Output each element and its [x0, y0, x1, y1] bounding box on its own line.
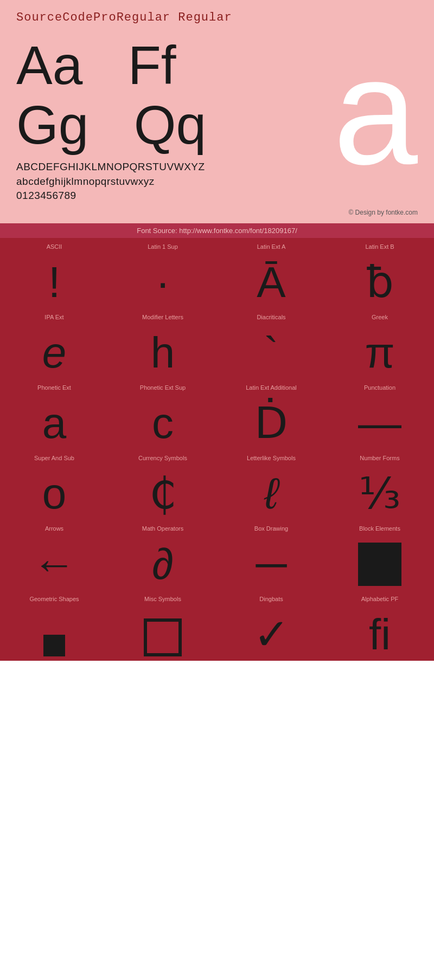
glyph-ipaext: e [42, 331, 67, 375]
cell-alphabeticpf: Alphabetic PF ﬁ [326, 590, 434, 661]
glyph-mathops: ∂ [152, 543, 174, 586]
grid-row-3: Phonetic Ext a Phonetic Ext Sup c Latin … [0, 379, 434, 449]
label-boxdrawing: Box Drawing [217, 525, 326, 532]
cell-arrows: Arrows ← [0, 520, 108, 590]
letters-af: Aa Ff [16, 35, 206, 95]
glyph-modletters: h [151, 331, 175, 375]
glyph-dingbats: ✓ [253, 613, 290, 656]
label-greek: Greek [326, 314, 434, 320]
label-latinextadd: Latin Ext Additional [217, 384, 326, 391]
letters-gq: Gg Qq [16, 95, 206, 154]
cell-phoneticextsup: Phonetic Ext Sup c [108, 379, 217, 449]
label-phoneticextsup: Phonetic Ext Sup [108, 384, 217, 391]
grid-row-2: IPA Ext e Modifier Letters h Diacritical… [0, 308, 434, 379]
cell-phoneticext: Phonetic Ext a [0, 379, 108, 449]
specimen-row-1: Aa Ff Gg Qq a [16, 35, 418, 154]
glyph-phoneticext: a [42, 402, 67, 445]
glyph-latinextb: ƀ [366, 261, 394, 304]
cell-diacriticals: Diacriticals ` [217, 308, 326, 379]
cell-punctuation: Punctuation — [326, 379, 434, 449]
label-blockelements: Block Elements [326, 525, 434, 532]
glyph-superandsub: o [42, 472, 67, 515]
glyph-diacriticals: ` [264, 331, 279, 375]
glyph-greek: π [365, 331, 394, 375]
grid-row-5: Arrows ← Math Operators ∂ Box Drawing ─ … [0, 520, 434, 590]
glyph-arrows: ← [33, 543, 76, 586]
cell-latin1sup: Latin 1 Sup · [108, 238, 217, 308]
label-punctuation: Punctuation [326, 384, 434, 391]
label-alphabeticpf: Alphabetic PF [326, 596, 434, 602]
label-miscsymbols: Misc Symbols [108, 596, 217, 602]
specimen-section: SourceCodeProRegular Regular Aa Ff Gg Qq… [0, 0, 434, 223]
grid-row-6: Geometric Shapes Misc Symbols Dingbats ✓… [0, 590, 434, 661]
cell-blockelements: Block Elements [326, 520, 434, 590]
glyph-boxdrawing: ─ [256, 543, 287, 586]
font-title: SourceCodeProRegular Regular [16, 11, 418, 24]
cell-boxdrawing: Box Drawing ─ [217, 520, 326, 590]
source-bar: Font Source: http://www.fontke.com/font/… [0, 223, 434, 238]
label-ipaext: IPA Ext [0, 314, 108, 320]
glyph-latinexta: Ā [257, 261, 285, 304]
glyph-alphabeticpf: ﬁ [369, 613, 391, 656]
copyright: © Design by fontke.com [16, 206, 418, 218]
label-ascii: ASCII [0, 243, 108, 250]
label-numberforms: Number Forms [326, 455, 434, 461]
label-geoshapes: Geometric Shapes [0, 596, 108, 602]
label-modletters: Modifier Letters [108, 314, 217, 320]
label-diacriticals: Diacriticals [217, 314, 326, 320]
glyph-currency: ₵ [149, 472, 177, 515]
glyph-ascii: ! [48, 261, 60, 304]
big-letter-a: a [333, 35, 418, 187]
glyph-punctuation: — [358, 402, 401, 445]
glyph-numberforms: ⅓ [359, 472, 401, 515]
label-phoneticext: Phonetic Ext [0, 384, 108, 391]
cell-mathops: Math Operators ∂ [108, 520, 217, 590]
cell-geoshapes: Geometric Shapes [0, 590, 108, 661]
label-mathops: Math Operators [108, 525, 217, 532]
glyph-latinextadd: Ḋ [254, 402, 288, 445]
cell-modletters: Modifier Letters h [108, 308, 217, 379]
cell-letterlike: Letterlike Symbols ℓ [217, 449, 326, 520]
label-arrows: Arrows [0, 525, 108, 532]
label-dingbats: Dingbats [217, 596, 326, 602]
glyph-geoshapes [43, 635, 65, 656]
label-superandsub: Super And Sub [0, 455, 108, 461]
cell-latinextb: Latin Ext B ƀ [326, 238, 434, 308]
cell-latinexta: Latin Ext A Ā [217, 238, 326, 308]
cell-currency: Currency Symbols ₵ [108, 449, 217, 520]
glyph-miscsymbols [144, 618, 182, 656]
grid-row-1: ASCII ! Latin 1 Sup · Latin Ext A Ā Lati… [0, 238, 434, 308]
label-latinextb: Latin Ext B [326, 243, 434, 250]
specimen-letters-row1: Aa Ff Gg Qq [16, 35, 206, 154]
label-letterlike: Letterlike Symbols [217, 455, 326, 461]
cell-dingbats: Dingbats ✓ [217, 590, 326, 661]
label-latin1sup: Latin 1 Sup [108, 243, 217, 250]
glyph-phoneticextsup: c [152, 402, 174, 445]
grid-row-4: Super And Sub o Currency Symbols ₵ Lette… [0, 449, 434, 520]
glyph-grid: ASCII ! Latin 1 Sup · Latin Ext A Ā Lati… [0, 238, 434, 661]
label-currency: Currency Symbols [108, 455, 217, 461]
glyph-letterlike: ℓ [264, 472, 278, 515]
glyph-blockelements [358, 543, 401, 586]
cell-superandsub: Super And Sub o [0, 449, 108, 520]
label-latinexta: Latin Ext A [217, 243, 326, 250]
cell-ascii: ASCII ! [0, 238, 108, 308]
glyph-latin1sup: · [157, 261, 169, 304]
cell-ipaext: IPA Ext e [0, 308, 108, 379]
cell-numberforms: Number Forms ⅓ [326, 449, 434, 520]
cell-greek: Greek π [326, 308, 434, 379]
cell-miscsymbols: Misc Symbols [108, 590, 217, 661]
cell-latinextadd: Latin Ext Additional Ḋ [217, 379, 326, 449]
